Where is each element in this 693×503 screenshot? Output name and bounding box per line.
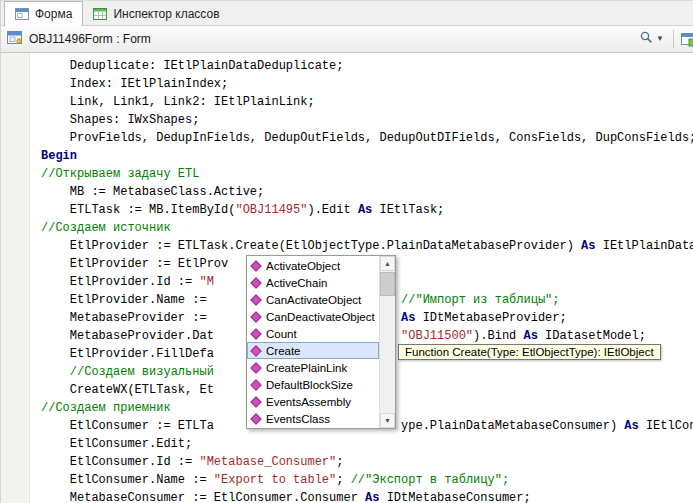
autocomplete-item[interactable]: Count — [247, 325, 379, 342]
autocomplete-item-label: DefaultBlockSize — [266, 379, 353, 391]
autocomplete-item[interactable]: CanDeactivateObject — [247, 308, 379, 325]
method-icon — [250, 277, 261, 288]
code-line: EtlConsumer.Id := "Metabase_Consumer"; — [41, 453, 693, 471]
method-icon — [250, 413, 261, 424]
toolbar-separator — [673, 30, 674, 48]
editor-toolbar: OBJ11496Form : Form ▼ — [1, 26, 693, 53]
autocomplete-popup: ActivateObjectActiveChainCanActivateObje… — [246, 255, 396, 429]
signature-tooltip: Function Create(Type: EtlObjectType): IE… — [398, 344, 661, 360]
autocomplete-scrollbar[interactable]: ▲ ▼ — [379, 256, 395, 428]
autocomplete-item-label: Count — [266, 328, 297, 340]
code-line: Index: IEtlPlainIndex; — [41, 75, 693, 93]
autocomplete-item-label: EventsAssembly — [266, 396, 351, 408]
autocomplete-item[interactable]: CreatePlainLink — [247, 359, 379, 376]
scroll-up-arrow-icon[interactable]: ▲ — [380, 256, 395, 271]
search-button[interactable]: ▼ — [636, 28, 667, 51]
form-object-icon — [7, 30, 23, 49]
autocomplete-item[interactable]: EventsAssembly — [247, 393, 379, 410]
autocomplete-item-label: ActivateObject — [266, 260, 340, 272]
autocomplete-item-label: CreatePlainLink — [266, 362, 347, 374]
tab-label: Инспектор классов — [113, 7, 219, 21]
autocomplete-item[interactable]: DefaultBlockSize — [247, 376, 379, 393]
autocomplete-item-label: Create — [266, 345, 301, 357]
window-icon — [680, 31, 693, 47]
autocomplete-item-label: CanDeactivateObject — [266, 311, 375, 323]
autocomplete-item[interactable]: ActivateObject — [247, 257, 379, 274]
form-icon — [15, 7, 30, 21]
method-icon — [250, 294, 261, 305]
method-icon — [250, 328, 261, 339]
code-line: MB := MetabaseClass.Active; — [41, 183, 693, 201]
method-icon — [250, 396, 261, 407]
method-icon — [250, 379, 261, 390]
toolbar-right-group: ▼ — [636, 28, 693, 51]
class-inspector-icon — [93, 7, 108, 21]
tab-label: Форма — [35, 7, 72, 21]
scroll-thumb[interactable] — [380, 272, 395, 296]
code-line: //Открываем задачу ETL — [41, 165, 693, 183]
code-line: Link, Link1, Link2: IEtlPlainLink; — [41, 93, 693, 111]
code-line: ETLTask := MB.ItemById("OBJ11495").Edit … — [41, 201, 693, 219]
method-icon — [250, 345, 261, 356]
autocomplete-item-label: EventsClass — [266, 413, 330, 425]
code-line: EtlProvider := ETLTask.Create(EtlObjectT… — [41, 237, 693, 255]
code-line: EtlConsumer.Name := "Export to table"; /… — [41, 471, 693, 489]
code-line: Deduplicate: IEtlPlainDataDeduplicate; — [41, 57, 693, 75]
method-icon — [250, 260, 261, 271]
object-title: OBJ11496Form : Form — [29, 32, 151, 46]
tab-bar: Форма Инспектор классов — [1, 0, 693, 26]
code-line: Shapes: IWxShapes; — [41, 111, 693, 129]
autocomplete-item[interactable]: ActiveChain — [247, 274, 379, 291]
chevron-down-icon: ▼ — [656, 35, 664, 43]
method-icon — [250, 311, 261, 322]
tab-class-inspector[interactable]: Инспектор классов — [83, 3, 229, 25]
method-icon — [250, 362, 261, 373]
code-line: MetabaseConsumer := EtlConsumer.Consumer… — [41, 489, 693, 503]
tab-form[interactable]: Форма — [4, 1, 83, 26]
code-line: ProvFields, DedupInFields, DedupOutField… — [41, 129, 693, 147]
code-line: Begin — [41, 147, 693, 165]
autocomplete-item[interactable]: EventsClass — [247, 410, 379, 427]
autocomplete-list: ActivateObjectActiveChainCanActivateObje… — [247, 256, 379, 428]
scroll-down-arrow-icon[interactable]: ▼ — [380, 413, 395, 428]
autocomplete-item-label: ActiveChain — [266, 277, 327, 289]
code-line: EtlConsumer.Edit; — [41, 435, 693, 453]
autocomplete-item-label: CanActivateObject — [266, 294, 361, 306]
autocomplete-item[interactable]: Create — [247, 342, 379, 359]
code-editor[interactable]: Deduplicate: IEtlPlainDataDeduplicate; I… — [1, 53, 693, 503]
code-line: //Создаем источник — [41, 219, 693, 237]
ide-window: Форма Инспектор классов — [0, 0, 693, 503]
search-icon — [639, 30, 654, 49]
toolbar-extra-button[interactable] — [680, 31, 693, 47]
autocomplete-item[interactable]: CanActivateObject — [247, 291, 379, 308]
